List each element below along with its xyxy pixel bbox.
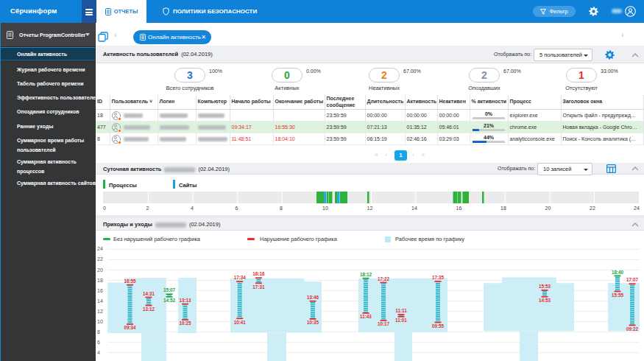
svg-text:13:13: 13:13 [179, 298, 191, 303]
svg-text:17:31: 17:31 [252, 284, 265, 290]
svg-text:14:53: 14:53 [539, 298, 551, 303]
svg-text:24: 24 [634, 206, 640, 211]
svg-text:18: 18 [97, 278, 103, 283]
svg-text:17:22: 17:22 [378, 276, 390, 281]
svg-text:8: 8 [97, 329, 100, 334]
svg-text:10:41: 10:41 [234, 320, 247, 325]
svg-text:17:34: 17:34 [234, 275, 247, 280]
svg-text:2: 2 [146, 206, 149, 211]
svg-text:8: 8 [280, 206, 283, 211]
svg-text:16:55: 16:55 [124, 278, 136, 284]
svg-text:16: 16 [97, 288, 103, 293]
svg-text:10: 10 [97, 319, 103, 324]
svg-text:12: 12 [367, 206, 373, 211]
svg-text:18:16: 18:16 [252, 271, 265, 276]
svg-text:22: 22 [97, 256, 103, 262]
svg-text:18:40: 18:40 [612, 270, 624, 275]
svg-text:4: 4 [97, 350, 100, 355]
svg-text:09:34: 09:34 [124, 325, 136, 330]
svg-text:11:43: 11:43 [360, 314, 372, 319]
svg-text:24: 24 [97, 246, 103, 251]
svg-text:10:17: 10:17 [378, 321, 390, 326]
svg-text:13:12: 13:12 [143, 306, 155, 312]
svg-text:18: 18 [500, 206, 506, 211]
svg-text:11:11: 11:11 [395, 308, 407, 313]
svg-text:16: 16 [456, 206, 462, 211]
svg-text:09:55: 09:55 [432, 323, 445, 329]
svg-text:10: 10 [322, 206, 328, 211]
svg-text:15:55: 15:55 [612, 292, 624, 298]
svg-text:15:53: 15:53 [539, 284, 551, 289]
svg-text:14:31: 14:31 [143, 291, 155, 296]
svg-text:10:35: 10:35 [307, 320, 319, 325]
svg-text:11:01: 11:01 [395, 318, 407, 323]
svg-text:6: 6 [236, 206, 238, 211]
svg-text:10:25: 10:25 [179, 320, 191, 326]
svg-text:17:35: 17:35 [432, 275, 445, 280]
svg-text:0: 0 [103, 206, 106, 211]
svg-text:14: 14 [411, 206, 417, 211]
svg-text:12: 12 [97, 309, 103, 314]
svg-text:18:12: 18:12 [360, 272, 372, 277]
svg-text:14: 14 [97, 298, 103, 304]
svg-text:15:07: 15:07 [163, 287, 176, 292]
svg-text:4: 4 [191, 206, 194, 211]
svg-text:17:07: 17:07 [626, 277, 639, 282]
svg-text:22: 22 [590, 206, 595, 211]
svg-text:09:22: 09:22 [626, 326, 639, 332]
svg-text:6: 6 [97, 340, 100, 345]
svg-text:20: 20 [97, 267, 103, 273]
svg-text:20: 20 [545, 206, 551, 211]
svg-text:13:46: 13:46 [307, 295, 319, 300]
svg-text:14:52: 14:52 [163, 298, 176, 303]
